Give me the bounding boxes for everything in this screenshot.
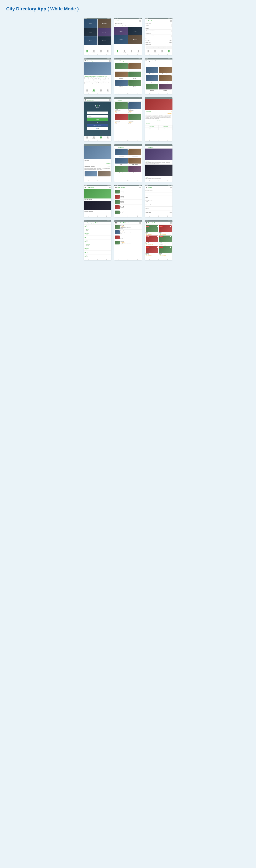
signin-button[interactable]: SIGNIN bbox=[87, 118, 108, 121]
book-icon[interactable] bbox=[139, 20, 141, 22]
menu-icon[interactable] bbox=[115, 20, 117, 22]
screen-settings: 6:26 AM0.25KB/s Setting Notification Set… bbox=[145, 185, 173, 217]
screen-about: 6:26 AM0.25KB/s About App Nice Product P… bbox=[84, 58, 111, 94]
sport-icon bbox=[157, 226, 158, 227]
collection-item[interactable] bbox=[84, 189, 111, 198]
email-input[interactable]: Email bbox=[87, 112, 108, 114]
view-more-button[interactable]: View More bbox=[146, 119, 172, 121]
screen-history: 6:26 AM0.25KB/s User History Football13 … bbox=[114, 185, 142, 217]
favourite-item[interactable]: 10% OFFFootball$ 200★★★★★ 5.0 rating (1) bbox=[146, 225, 158, 235]
screen-categories: 6:26 AM0.25KB/s Categories Transportatio… bbox=[114, 144, 142, 182]
phone-grid: 6:26 AM0.25KB/s Mexico Mandalay London N… bbox=[4, 18, 252, 260]
nav-user[interactable]: User bbox=[98, 50, 104, 53]
heart-icon[interactable]: ♥ bbox=[171, 111, 172, 112]
screen-detail: 11:07 AM ♡⤴ ♥ Football3 ⚑ Featured ★★★★★… bbox=[145, 97, 173, 141]
facebook-login-button[interactable]: Log in with Facebook bbox=[87, 124, 108, 126]
header-title: Home bbox=[118, 20, 139, 22]
football-item[interactable]: Football1Lorem ipsum dolor...★★★★★5.0 (2… bbox=[115, 102, 128, 113]
logo-icon: ◉ bbox=[96, 103, 100, 108]
city-cell[interactable]: Shanghai bbox=[98, 36, 111, 45]
google-login-button[interactable]: GSigin bbox=[87, 127, 108, 130]
city-cell[interactable]: Singapore bbox=[114, 27, 128, 35]
nav-about[interactable]: About App bbox=[90, 50, 98, 53]
password-input[interactable]: Password bbox=[87, 115, 108, 118]
setting-edit-profile[interactable]: Edit Profile› bbox=[145, 192, 173, 196]
read-more-button[interactable]: READ MORE bbox=[84, 163, 111, 164]
hero-image bbox=[84, 62, 111, 75]
screen-collections: 6:26 AM0.25KB/s Collections Golf Club Co… bbox=[84, 185, 111, 217]
screen-favourites: 6:26 AM0.25KB/s Favourite Sports 10% OFF… bbox=[145, 220, 173, 260]
language-option[interactable]: Englishen_us bbox=[84, 224, 111, 228]
screen-languages: 6:26 AM0.25KB/s My Language List English… bbox=[84, 220, 111, 260]
city-cell[interactable]: Mexico bbox=[84, 19, 98, 28]
screen-cities: 6:26 AM0.25KB/s Mexico Mandalay London N… bbox=[84, 18, 111, 55]
product-input[interactable]: Not Set bbox=[146, 24, 172, 27]
city-cell[interactable]: Mandalay bbox=[128, 35, 142, 44]
toggle-switch[interactable] bbox=[170, 212, 172, 213]
screen-subcategories: 6:26 AM0.25KB/s Sub Categories Football … bbox=[114, 58, 142, 94]
rating-option[interactable]: ★1 and bbox=[146, 46, 151, 49]
screen-interest: 6:26 AM0.25KB/s What is your interest ? … bbox=[145, 58, 173, 94]
hero-image bbox=[84, 146, 111, 159]
category-select[interactable]: Please select Category bbox=[146, 29, 172, 32]
setting-clear-cache[interactable]: Clear Image Cache bbox=[145, 203, 173, 207]
history-item[interactable]: Football13 months ago bbox=[114, 189, 142, 194]
setting-notification[interactable]: Notification Setting› bbox=[145, 189, 173, 192]
bottom-nav: Home About App User Search bbox=[84, 50, 111, 53]
status-bar: 6:26 AM0.25KB/s bbox=[84, 18, 111, 19]
back-icon[interactable] bbox=[115, 60, 117, 62]
city-cell[interactable]: New York bbox=[98, 28, 111, 36]
nav-search[interactable]: Search bbox=[104, 50, 111, 53]
city-cell[interactable]: Yangon bbox=[128, 27, 142, 35]
screen-search: 6:26 AM0.25KB/s Search Product Name Not … bbox=[145, 18, 173, 55]
screen-football-list: 6:26 AM0.25KB/s Football Football1Lorem … bbox=[114, 97, 142, 141]
page-title: City Directory App ( White Mode ) bbox=[6, 6, 252, 12]
city-cell[interactable]: London bbox=[84, 28, 98, 36]
subcategory-item[interactable]: Football bbox=[115, 63, 128, 71]
city-cell[interactable]: Mexico bbox=[114, 35, 128, 44]
favorite-icon[interactable]: ♡ bbox=[169, 99, 170, 100]
screen-login: 6:26 AM0.25KB/s User Login ◉ CITY DIRECT… bbox=[84, 97, 111, 141]
screen-matches: 6:26 AM0.25KB/s Football Matches List Fo… bbox=[114, 220, 142, 260]
featured-badge: ⚑ Featured bbox=[167, 113, 172, 114]
screen-london: 11:07 AM London Mauris he sit shase shot… bbox=[84, 144, 111, 182]
nav-home[interactable]: Home bbox=[84, 50, 90, 53]
view-all-button[interactable]: VIEW ALL bbox=[107, 166, 111, 167]
match-item[interactable]: Football1★★★★★Lorem ipsum dolor sit amet… bbox=[114, 224, 142, 230]
section-title: Where to Go Next ? bbox=[114, 22, 142, 25]
hero-image: ♡⤴ bbox=[145, 99, 173, 110]
blog-image[interactable] bbox=[145, 149, 173, 160]
share-icon[interactable]: ⤴ bbox=[171, 99, 172, 100]
subcategory-select[interactable]: Please select SubCategory bbox=[146, 34, 172, 37]
setting-logout[interactable]: Logout bbox=[145, 196, 173, 199]
screen-blog: 6:26 AM0.25KB/s Blog List Singapore Lore… bbox=[145, 144, 173, 182]
screen-home: 6:26 AM0.25KB/s Home Where to Go Next ? … bbox=[114, 18, 142, 55]
city-cell[interactable]: Paris bbox=[84, 36, 98, 45]
setting-change-mode[interactable]: Change Mode bbox=[145, 211, 173, 214]
city-cell[interactable]: Mandalay bbox=[98, 19, 111, 28]
